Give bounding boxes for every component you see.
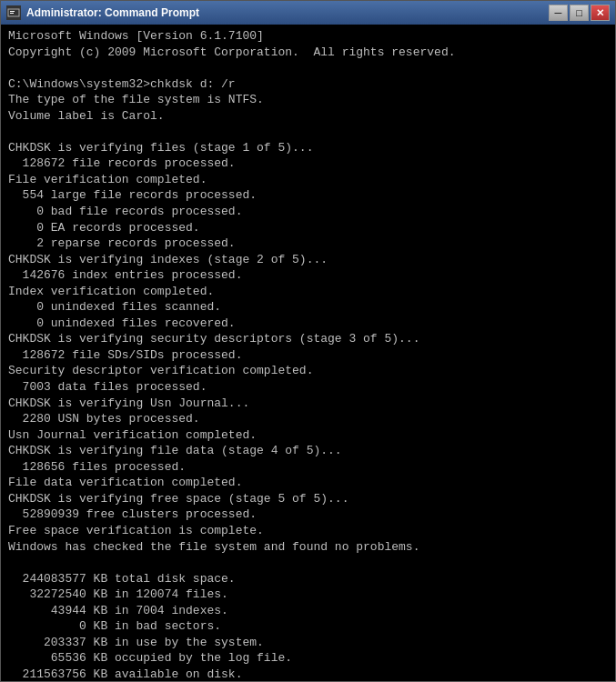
window-icon [6, 5, 21, 20]
window-controls: ─ □ ✕ [549, 5, 610, 21]
svg-rect-1 [10, 11, 15, 12]
minimize-button[interactable]: ─ [549, 5, 568, 21]
svg-rect-2 [10, 13, 14, 14]
title-bar-left: Administrator: Command Prompt [6, 5, 199, 20]
command-prompt-window: Administrator: Command Prompt ─ □ ✕ Micr… [0, 0, 616, 682]
console-output: Microsoft Windows [Version 6.1.7100] Cop… [8, 28, 608, 677]
maximize-button[interactable]: □ [570, 5, 589, 21]
window-title: Administrator: Command Prompt [26, 6, 199, 19]
console-area[interactable]: Microsoft Windows [Version 6.1.7100] Cop… [1, 25, 615, 681]
close-button[interactable]: ✕ [591, 5, 610, 21]
title-bar: Administrator: Command Prompt ─ □ ✕ [1, 1, 615, 25]
